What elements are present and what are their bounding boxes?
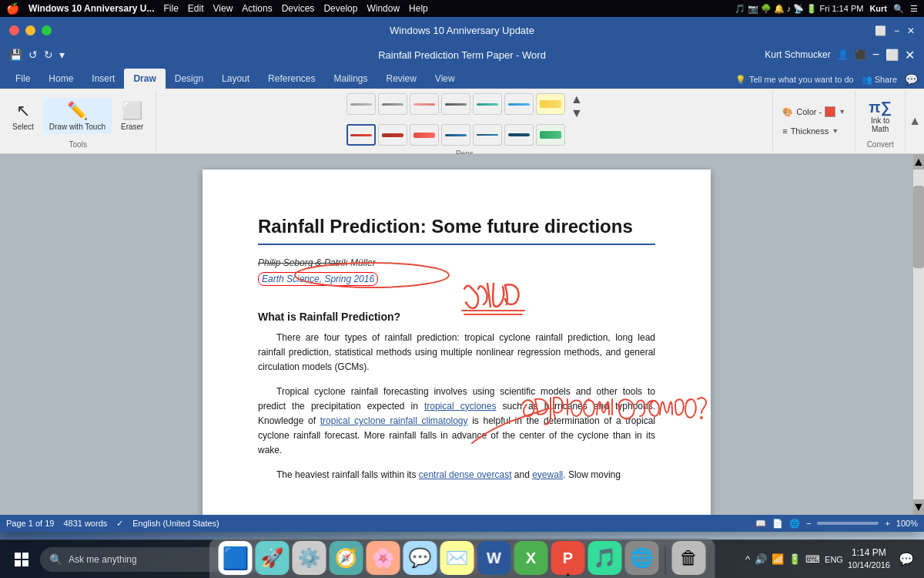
language-indicator[interactable]: ENG: [825, 555, 843, 564]
tab-draw[interactable]: Draw: [124, 69, 165, 89]
color-button[interactable]: 🎨 Color - ▼: [779, 104, 849, 119]
read-mode-icon[interactable]: 📖: [755, 519, 766, 529]
mac-controls-icon[interactable]: ☰: [910, 4, 918, 14]
keyboard-icon[interactable]: ⌨: [805, 553, 820, 565]
window-close-icon[interactable]: ✕: [907, 25, 915, 36]
customize-qat-icon[interactable]: ▾: [59, 49, 65, 61]
pen-gray[interactable]: [346, 93, 376, 115]
scroll-down-button[interactable]: ▼: [913, 499, 924, 515]
apple-icon[interactable]: 🍎: [6, 2, 19, 15]
start-button[interactable]: [6, 544, 37, 575]
pens-scroll-down[interactable]: ▼: [571, 107, 583, 119]
pen-teal[interactable]: [473, 93, 502, 115]
link-tropical-cyclones[interactable]: tropical cyclones: [424, 401, 496, 412]
undo-icon[interactable]: ↺: [28, 49, 38, 61]
comments-icon[interactable]: 💬: [905, 73, 918, 86]
window-restore-btn[interactable]: ⬜: [886, 49, 899, 61]
pen-darkgray[interactable]: [441, 93, 470, 115]
dock-settings[interactable]: ⚙️: [293, 541, 326, 575]
web-layout-icon[interactable]: 🌐: [789, 519, 800, 529]
scroll-thumb[interactable]: [913, 186, 924, 268]
minimize-button[interactable]: [25, 25, 35, 35]
dock-mail[interactable]: ✉️: [440, 541, 474, 575]
dock-photos[interactable]: 🌸: [367, 541, 400, 575]
mac-menu-help[interactable]: Help: [409, 3, 428, 14]
tab-insert[interactable]: Insert: [82, 69, 124, 89]
mac-menu-actions[interactable]: Actions: [242, 3, 272, 14]
pen-blue[interactable]: [504, 93, 534, 115]
tab-layout[interactable]: Layout: [213, 69, 259, 89]
vertical-scrollbar[interactable]: ▲ ▼: [913, 154, 924, 515]
mac-menu-window[interactable]: Window: [367, 3, 400, 14]
dock-messages[interactable]: 💬: [403, 541, 437, 575]
pens-scroll-up[interactable]: ▲: [571, 93, 583, 106]
scroll-up-button[interactable]: ▲: [913, 154, 924, 170]
dock-finder[interactable]: 🟦: [219, 541, 253, 575]
mac-search-icon[interactable]: 🔍: [893, 4, 904, 14]
window-minimize-btn[interactable]: −: [872, 48, 879, 62]
taskbar-clock[interactable]: 1:14 PM 10/14/2016: [848, 546, 890, 571]
share-button[interactable]: 👥 Share: [862, 75, 897, 85]
link-eyewall[interactable]: eyewall: [532, 469, 563, 480]
mac-menu-edit[interactable]: Edit: [188, 3, 204, 14]
dock-excel[interactable]: X: [514, 541, 548, 575]
save-icon[interactable]: 💾: [9, 49, 22, 61]
tab-design[interactable]: Design: [166, 69, 213, 89]
thickness-button[interactable]: ≡ Thickness ▼: [779, 124, 849, 138]
tell-me-field[interactable]: 💡 Tell me what you want to do: [735, 75, 854, 85]
ribbon-display-options[interactable]: ⬛: [855, 49, 866, 60]
zoom-in-icon[interactable]: +: [885, 519, 889, 528]
dock-spotify[interactable]: 🎵: [588, 541, 622, 575]
dock-trash[interactable]: 🗑: [672, 541, 706, 575]
link-tropical-cyclone-rainfall[interactable]: tropical cyclone rainfall climatology: [320, 415, 468, 426]
mac-menu-devices[interactable]: Devices: [282, 3, 315, 14]
mac-menu-view[interactable]: View: [213, 3, 233, 14]
pen-navyblue[interactable]: [473, 124, 502, 146]
eraser-button[interactable]: ⬜ Eraser: [115, 98, 149, 134]
pen-darkred[interactable]: [378, 124, 407, 146]
zoom-slider[interactable]: [817, 522, 879, 525]
print-layout-icon[interactable]: 📄: [772, 519, 783, 529]
ribbon-scroll-up-btn[interactable]: ▲: [909, 114, 921, 128]
tab-view[interactable]: View: [426, 69, 464, 89]
expand-icon[interactable]: ⬜: [875, 25, 886, 36]
maximize-button[interactable]: [42, 25, 52, 35]
volume-icon[interactable]: 🔊: [755, 553, 767, 565]
dock-powerpoint[interactable]: P: [551, 541, 585, 575]
pen-red2[interactable]: [410, 124, 439, 146]
ink-to-math-button[interactable]: π∑ Ink toMath: [864, 94, 896, 138]
dock-chrome[interactable]: 🌐: [625, 541, 659, 575]
tab-mailings[interactable]: Mailings: [324, 69, 377, 89]
dock-launchpad[interactable]: 🚀: [256, 541, 290, 575]
dock-word[interactable]: W: [477, 541, 511, 575]
tab-review[interactable]: Review: [377, 69, 426, 89]
draw-with-touch-button[interactable]: ✏️ Draw with Touch: [43, 98, 112, 134]
spell-check-icon[interactable]: ✓: [116, 519, 123, 529]
link-central-dense-overcast[interactable]: central dense overcast: [419, 469, 512, 480]
pen-pink[interactable]: [410, 93, 439, 115]
pen-green-highlight[interactable]: [536, 124, 565, 146]
document-scroll[interactable]: Rainfall Prediction: Some future directi…: [0, 154, 913, 515]
window-close-btn[interactable]: ✕: [905, 48, 915, 62]
window-minimize-icon[interactable]: −: [894, 25, 899, 36]
account-icon[interactable]: 👤: [837, 49, 849, 60]
pen-darkblue[interactable]: [441, 124, 470, 146]
chevron-icon[interactable]: ^: [745, 553, 750, 565]
pen-red-selected[interactable]: [346, 124, 376, 146]
battery-icon[interactable]: 🔋: [788, 553, 801, 565]
close-button[interactable]: [9, 25, 19, 35]
notification-center-button[interactable]: 💬: [895, 544, 918, 575]
pen-yellow-highlight[interactable]: [536, 93, 565, 115]
tab-file[interactable]: File: [6, 69, 39, 89]
tab-home[interactable]: Home: [39, 69, 82, 89]
network-icon[interactable]: 📶: [772, 553, 784, 565]
mac-menu-develop[interactable]: Develop: [323, 3, 357, 14]
redo-icon[interactable]: ↻: [44, 49, 53, 61]
tab-references[interactable]: References: [259, 69, 324, 89]
select-tool-button[interactable]: ↖ Select: [6, 98, 40, 134]
zoom-out-icon[interactable]: −: [806, 519, 811, 528]
pen-gray2[interactable]: [378, 93, 407, 115]
pen-darkblue2[interactable]: [504, 124, 534, 146]
mac-menu-file[interactable]: File: [164, 3, 179, 14]
dock-safari[interactable]: 🧭: [330, 541, 363, 575]
